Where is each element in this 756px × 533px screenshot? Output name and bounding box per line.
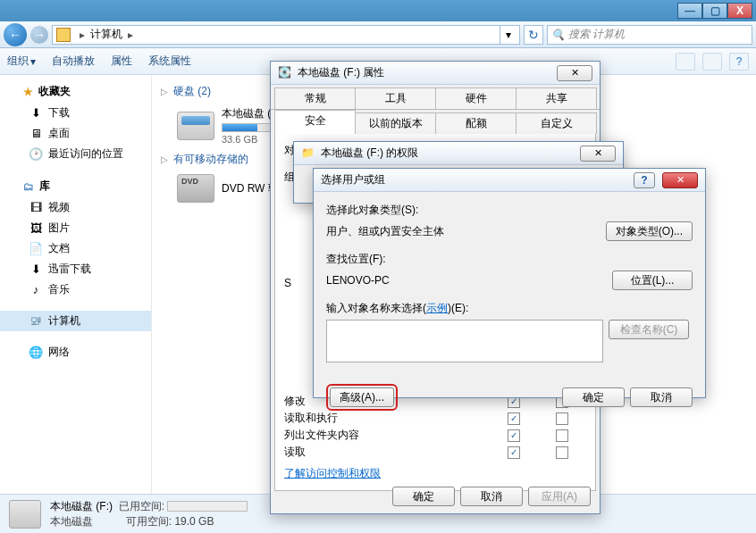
dialog-close-button[interactable]: ✕: [662, 172, 698, 188]
dvd-icon: [177, 174, 214, 203]
examples-link[interactable]: 示例: [426, 302, 448, 314]
sidebar-item-desktop[interactable]: 🖥桌面: [0, 123, 151, 144]
breadcrumb-sep-icon: ▸: [74, 29, 90, 41]
view-mode-button[interactable]: [676, 53, 695, 71]
dialog-title: 本地磁盘 (F:) 的权限: [321, 146, 418, 161]
sidebar-item-xunlei[interactable]: ⬇迅雷下载: [0, 259, 151, 279]
allow-checkbox[interactable]: ✓: [508, 446, 520, 459]
sidebar-item-video[interactable]: 🎞视频: [0, 197, 151, 218]
search-input[interactable]: 🔍 搜索 计算机: [547, 25, 752, 45]
tabs-row-2: 安全 以前的版本 配额 自定义: [271, 110, 600, 134]
tab-quota[interactable]: 配额: [435, 112, 517, 134]
tab-customize[interactable]: 自定义: [516, 112, 597, 134]
tab-security[interactable]: 安全: [274, 110, 356, 134]
sidebar-item-downloads[interactable]: ⬇下载: [0, 103, 151, 123]
learn-permissions-link[interactable]: 了解访问控制和权限: [284, 466, 381, 481]
cancel-button[interactable]: 取消: [460, 487, 523, 506]
breadcrumb-item[interactable]: 计算机: [90, 27, 122, 42]
dialog-select-user-group: 选择用户或组 ? ✕ 选择此对象类型(S): 用户、组或内置安全主体 对象类型(…: [313, 168, 706, 398]
video-icon: 🎞: [29, 201, 43, 215]
object-type-label: 选择此对象类型(S):: [326, 203, 693, 218]
maximize-button[interactable]: ▢: [702, 3, 727, 19]
drive-icon: 💽: [278, 66, 292, 80]
ok-button[interactable]: 确定: [562, 387, 625, 407]
sidebar-item-documents[interactable]: 📄文档: [0, 238, 151, 259]
status-text: 本地磁盘 (F:) 已用空间: 本地磁盘 可用空间: 19.0 GB: [50, 499, 248, 529]
dialog-close-button[interactable]: ✕: [557, 65, 592, 81]
deny-checkbox[interactable]: [556, 446, 568, 459]
toolbar-organize[interactable]: 组织▾: [7, 54, 36, 69]
search-icon: 🔍: [551, 29, 565, 41]
object-types-button[interactable]: 对象类型(O)...: [606, 221, 693, 241]
dialog-titlebar[interactable]: 💽 本地磁盘 (F:) 属性 ✕: [271, 62, 600, 85]
dialog-titlebar[interactable]: 📁 本地磁盘 (F:) 的权限 ✕: [294, 142, 623, 165]
search-placeholder: 搜索 计算机: [568, 27, 625, 42]
computer-icon: 🖳: [29, 314, 43, 329]
object-name-input[interactable]: [326, 320, 603, 362]
s-label: S: [284, 277, 291, 289]
toolbar-sysprops[interactable]: 系统属性: [148, 54, 191, 69]
tab-hardware[interactable]: 硬件: [435, 87, 517, 109]
tab-general[interactable]: 常规: [274, 87, 356, 109]
perm-row: 列出文件夹内容 ✓: [284, 427, 586, 444]
music-icon: ♪: [29, 283, 43, 297]
sidebar-item-music[interactable]: ♪音乐: [0, 279, 151, 300]
refresh-button[interactable]: ↻: [524, 25, 543, 45]
apply-button[interactable]: 应用(A): [528, 487, 591, 506]
preview-pane-button[interactable]: [702, 53, 722, 71]
tabs-row-1: 常规 工具 硬件 共享: [271, 85, 600, 110]
tab-tools[interactable]: 工具: [355, 87, 436, 109]
check-names-button[interactable]: 检查名称(C): [609, 320, 689, 339]
sidebar: ★收藏夹 ⬇下载 🖥桌面 🕑最近访问的位置 🗂库 🎞视频 🖼图片 📄文档 ⬇迅雷…: [0, 75, 152, 494]
recent-icon: 🕑: [29, 147, 43, 162]
sidebar-libraries-header[interactable]: 🗂库: [0, 175, 151, 197]
library-icon: 🗂: [23, 180, 34, 193]
chevron-down-icon: ▾: [30, 55, 36, 68]
sidebar-item-computer[interactable]: 🖳计算机: [0, 311, 151, 331]
close-button[interactable]: X: [727, 3, 752, 19]
sidebar-item-pictures[interactable]: 🖼图片: [0, 218, 151, 238]
breadcrumb[interactable]: ▸ 计算机 ▸ ▾: [52, 25, 520, 45]
tab-previous-versions[interactable]: 以前的版本: [355, 112, 436, 134]
nav-back-button[interactable]: ←: [4, 23, 27, 46]
dialog-title: 选择用户或组: [321, 172, 385, 187]
computer-icon: [56, 28, 71, 42]
picture-icon: 🖼: [29, 221, 43, 236]
dialog-close-button[interactable]: ✕: [580, 146, 616, 162]
sidebar-favorites-header[interactable]: ★收藏夹: [0, 80, 151, 103]
dialog-help-button[interactable]: ?: [634, 172, 655, 188]
allow-checkbox[interactable]: ✓: [508, 429, 520, 442]
document-icon: 📄: [29, 242, 43, 256]
desktop-icon: 🖥: [29, 127, 43, 141]
locations-button[interactable]: 位置(L)...: [612, 271, 693, 290]
dialog-body: 选择此对象类型(S): 用户、组或内置安全主体 对象类型(O)... 查找位置(…: [314, 192, 705, 384]
deny-checkbox[interactable]: [556, 429, 568, 442]
help-button[interactable]: ?: [729, 53, 749, 71]
dialog-title: 本地磁盘 (F:) 属性: [298, 65, 384, 80]
nav-forward-button[interactable]: →: [30, 26, 48, 44]
cancel-button[interactable]: 取消: [630, 387, 693, 407]
object-name-label: 输入对象名称来选择(示例)(E):: [326, 301, 693, 316]
ok-button[interactable]: 确定: [392, 487, 455, 506]
star-icon: ★: [23, 86, 33, 98]
sidebar-item-recent[interactable]: 🕑最近访问的位置: [0, 144, 151, 164]
breadcrumb-sep-icon: ▸: [122, 29, 139, 41]
navbar: ← → ▸ 计算机 ▸ ▾ ↻ 🔍 搜索 计算机: [0, 21, 756, 48]
dialog-footer: 确定 取消 应用(A): [392, 487, 591, 506]
minimize-button[interactable]: —: [677, 3, 702, 19]
location-value: LENOVO-PC: [326, 274, 607, 287]
dialog-titlebar[interactable]: 选择用户或组 ? ✕: [314, 169, 705, 192]
sidebar-item-network[interactable]: 🌐网络: [0, 342, 151, 362]
dialog-footer: 高级(A)... 确定 取消: [314, 384, 705, 420]
tab-sharing[interactable]: 共享: [516, 87, 597, 109]
toolbar-properties[interactable]: 属性: [111, 54, 132, 69]
breadcrumb-dropdown-icon[interactable]: ▾: [500, 25, 516, 45]
folder-icon: 📁: [301, 146, 315, 161]
network-icon: 🌐: [29, 346, 43, 360]
location-label: 查找位置(F):: [326, 252, 693, 267]
advanced-button[interactable]: 高级(A)...: [330, 387, 394, 407]
toolbar-autoplay[interactable]: 自动播放: [52, 54, 95, 69]
download-icon: ⬇: [29, 262, 43, 277]
perm-row: 读取 ✓: [284, 444, 586, 461]
window-titlebar: — ▢ X: [0, 0, 756, 21]
